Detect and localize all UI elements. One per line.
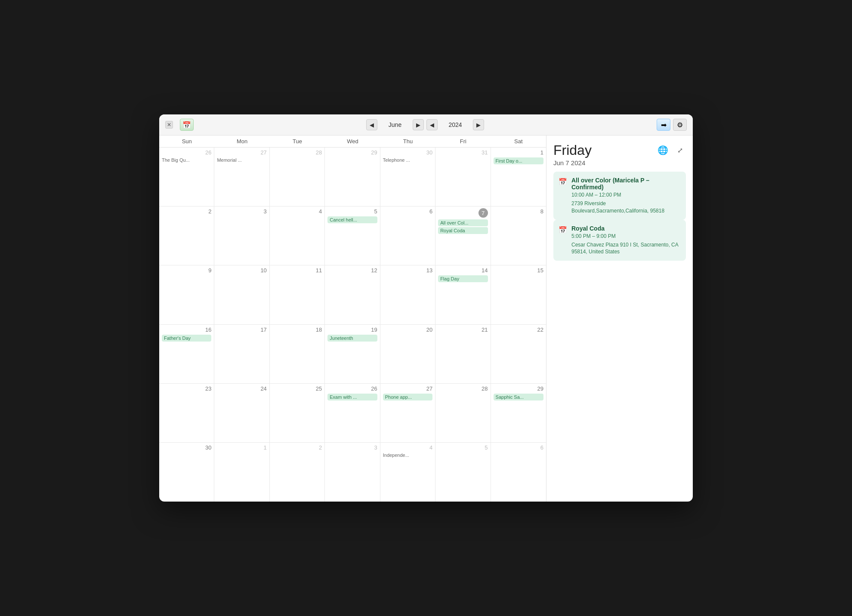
event-chip[interactable]: Memorial ... (217, 157, 266, 163)
settings-button[interactable]: ⚙ (673, 119, 687, 131)
calendar-day[interactable]: 2 (159, 206, 214, 265)
detail-expand-button[interactable]: ⤢ (674, 144, 686, 156)
day-number: 5 (327, 208, 377, 215)
calendar-day[interactable]: 18 (270, 325, 325, 383)
day-number: 22 (494, 326, 543, 333)
day-number: 8 (494, 208, 543, 215)
prev-month-button[interactable]: ◀ (366, 119, 377, 130)
calendar-day[interactable]: 27Phone app... (380, 384, 435, 442)
day-number: 2 (162, 208, 211, 215)
calendar-day[interactable]: 28 (270, 148, 325, 206)
calendar-day[interactable]: 3 (214, 206, 269, 265)
calendar-day[interactable]: 30Telephone ... (380, 148, 435, 206)
calendar-day[interactable]: 15 (491, 265, 546, 324)
calendar-day[interactable]: 4Independe... (380, 443, 435, 502)
calendar-day[interactable]: 5 (435, 443, 491, 502)
event-chip[interactable]: All over Col... (438, 219, 488, 226)
calendar-day[interactable]: 19Juneteenth (325, 325, 380, 383)
event-chip[interactable]: Exam with ... (327, 394, 377, 400)
calendar-day[interactable]: 20 (380, 325, 435, 383)
event-chip[interactable]: Independe... (383, 453, 432, 458)
event-chip[interactable]: Phone app... (383, 394, 432, 400)
day-number: 30 (383, 149, 432, 156)
calendar-week: 16Father's Day171819Juneteenth202122 (159, 325, 546, 384)
calendar-day[interactable]: 11 (270, 265, 325, 324)
day-number: 9 (162, 267, 211, 274)
calendar-day[interactable]: 16Father's Day (159, 325, 214, 383)
calendar-week: 26The Big Qu...27Memorial ...282930Telep… (159, 148, 546, 206)
calendar-day[interactable]: 28 (435, 384, 491, 442)
calendar-day[interactable]: 14Flag Day (435, 265, 491, 324)
globe-icon-button[interactable]: 🌐 (655, 142, 670, 158)
event-chip[interactable]: Flag Day (438, 275, 488, 282)
event-detail-card[interactable]: 📅All over Color (Maricela P – Confirmed)… (553, 172, 686, 220)
event-chip[interactable]: Juneteenth (327, 335, 377, 342)
event-detail-title: Royal Coda (571, 225, 681, 232)
detail-day-title: Friday (553, 142, 592, 158)
calendar-day[interactable]: 10 (214, 265, 269, 324)
next-month-button[interactable]: ▶ (413, 119, 424, 130)
calendar-day[interactable]: 3 (325, 443, 380, 502)
calendar-day[interactable]: 12 (325, 265, 380, 324)
app-window: ✕ 📅 ◀ June ▶ ◀ 2024 ▶ ➡ ⚙ (159, 114, 693, 502)
calendar-day[interactable]: 26Exam with ... (325, 384, 380, 442)
calendar-day[interactable]: 9 (159, 265, 214, 324)
calendar-day[interactable]: 2 (270, 443, 325, 502)
day-number: 27 (383, 385, 432, 392)
calendar-day[interactable]: 1First Day o... (491, 148, 546, 206)
calendar-day[interactable]: 6 (380, 206, 435, 265)
day-number: 1 (217, 444, 266, 451)
next-year-button[interactable]: ▶ (473, 119, 484, 130)
calendar-week: 23242526Exam with ...27Phone app...2829S… (159, 384, 546, 443)
calendar-day[interactable]: 29Sapphic Sa... (491, 384, 546, 442)
event-chip[interactable]: Telephone ... (383, 157, 432, 163)
event-detail-address: Cesar Chavez Plaza 910 I St, Sacramento,… (571, 241, 681, 256)
event-chip[interactable]: Cancel hell... (327, 216, 377, 223)
day-number: 11 (272, 267, 322, 274)
calendar-day[interactable]: 4 (270, 206, 325, 265)
day-number: 15 (494, 267, 543, 274)
day-number: 24 (217, 385, 266, 392)
event-chip[interactable]: The Big Qu... (162, 157, 211, 163)
calendar-day[interactable]: 13 (380, 265, 435, 324)
event-detail-info: All over Color (Maricela P – Confirmed)1… (571, 177, 681, 215)
calendar-day[interactable]: 7All over Col...Royal Coda (435, 206, 491, 265)
day-number: 4 (272, 208, 322, 215)
event-chip[interactable]: Father's Day (162, 335, 211, 342)
calendar-day[interactable]: 5Cancel hell... (325, 206, 380, 265)
day-number: 5 (438, 444, 488, 451)
day-number: 14 (438, 267, 488, 274)
event-detail-info: Royal Coda5:00 PM – 9:00 PMCesar Chavez … (571, 225, 681, 256)
calendar-day[interactable]: 8 (491, 206, 546, 265)
day-header-tue: Tue (270, 136, 325, 147)
detail-date: Jun 7 2024 (553, 159, 592, 166)
calendar-day[interactable]: 30 (159, 443, 214, 502)
day-number: 30 (162, 444, 211, 451)
event-detail-time: 5:00 PM – 9:00 PM (571, 233, 681, 239)
calendar-day[interactable]: 27Memorial ... (214, 148, 269, 206)
calendar-day[interactable]: 31 (435, 148, 491, 206)
close-button[interactable]: ✕ (165, 121, 173, 129)
calendar-day[interactable]: 24 (214, 384, 269, 442)
detail-panel: Friday Jun 7 2024 🌐 ⤢ 📅All over Color (M… (546, 136, 693, 502)
export-button[interactable]: ➡ (657, 119, 670, 131)
calendar-day[interactable]: 29 (325, 148, 380, 206)
calendar-day[interactable]: 26The Big Qu... (159, 148, 214, 206)
day-number: 3 (327, 444, 377, 451)
event-chip[interactable]: First Day o... (494, 157, 543, 164)
prev-year-button[interactable]: ◀ (426, 119, 438, 130)
event-chip[interactable]: Royal Coda (438, 227, 488, 234)
calendar-icon: 📅 (182, 121, 191, 129)
day-number: 16 (162, 326, 211, 333)
calendar-icon-button[interactable]: 📅 (180, 119, 194, 131)
calendar-day[interactable]: 22 (491, 325, 546, 383)
calendar-day[interactable]: 6 (491, 443, 546, 502)
calendar-day[interactable]: 21 (435, 325, 491, 383)
calendar-day[interactable]: 1 (214, 443, 269, 502)
calendar-day[interactable]: 25 (270, 384, 325, 442)
event-chip[interactable]: Sapphic Sa... (494, 394, 543, 400)
event-detail-card[interactable]: 📅Royal Coda5:00 PM – 9:00 PMCesar Chavez… (553, 220, 686, 261)
year-label: 2024 (440, 121, 470, 128)
calendar-day[interactable]: 17 (214, 325, 269, 383)
calendar-day[interactable]: 23 (159, 384, 214, 442)
